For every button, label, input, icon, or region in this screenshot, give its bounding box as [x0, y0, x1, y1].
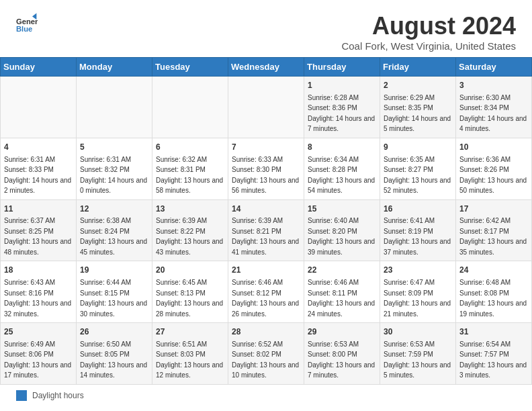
day-info: Sunrise: 6:42 AM Sunset: 8:17 PM Dayligh… — [459, 217, 527, 256]
day-number: 9 — [384, 142, 452, 153]
day-cell-6: 6Sunrise: 6:32 AM Sunset: 8:31 PM Daylig… — [152, 138, 228, 199]
day-info: Sunrise: 6:29 AM Sunset: 8:35 PM Dayligh… — [384, 94, 451, 133]
day-info: Sunrise: 6:45 AM Sunset: 8:13 PM Dayligh… — [156, 279, 223, 318]
day-number: 20 — [156, 265, 224, 276]
week-row-3: 11Sunrise: 6:37 AM Sunset: 8:25 PM Dayli… — [1, 199, 532, 261]
title-block: August 2024 Coal Fork, West Virginia, Un… — [341, 12, 516, 52]
day-info: Sunrise: 6:35 AM Sunset: 8:27 PM Dayligh… — [384, 156, 451, 195]
day-info: Sunrise: 6:39 AM Sunset: 8:21 PM Dayligh… — [232, 217, 299, 256]
calendar-body: 1Sunrise: 6:28 AM Sunset: 8:36 PM Daylig… — [1, 77, 532, 385]
day-cell-18: 18Sunrise: 6:43 AM Sunset: 8:16 PM Dayli… — [1, 261, 77, 323]
day-info: Sunrise: 6:40 AM Sunset: 8:20 PM Dayligh… — [308, 217, 375, 256]
column-header-saturday: Saturday — [456, 58, 532, 77]
day-info: Sunrise: 6:43 AM Sunset: 8:16 PM Dayligh… — [4, 279, 71, 318]
day-cell-11: 11Sunrise: 6:37 AM Sunset: 8:25 PM Dayli… — [1, 199, 77, 261]
day-cell-20: 20Sunrise: 6:45 AM Sunset: 8:13 PM Dayli… — [152, 261, 228, 323]
day-number: 2 — [384, 80, 452, 91]
week-row-1: 1Sunrise: 6:28 AM Sunset: 8:36 PM Daylig… — [1, 77, 532, 138]
day-number: 15 — [308, 203, 376, 215]
day-number: 29 — [308, 326, 376, 338]
day-info: Sunrise: 6:47 AM Sunset: 8:09 PM Dayligh… — [384, 279, 451, 318]
legend-color-box — [16, 390, 27, 401]
legend-label: Daylight hours — [32, 391, 84, 400]
day-info: Sunrise: 6:48 AM Sunset: 8:08 PM Dayligh… — [459, 279, 527, 318]
day-cell-31: 31Sunrise: 6:54 AM Sunset: 7:57 PM Dayli… — [456, 323, 532, 385]
day-number: 11 — [4, 203, 73, 215]
day-number: 16 — [384, 203, 452, 215]
logo-icon: General Blue — [16, 12, 38, 34]
day-number: 26 — [80, 326, 148, 338]
day-info: Sunrise: 6:32 AM Sunset: 8:31 PM Dayligh… — [156, 156, 223, 195]
day-cell-7: 7Sunrise: 6:33 AM Sunset: 8:30 PM Daylig… — [228, 138, 304, 199]
day-info: Sunrise: 6:49 AM Sunset: 8:06 PM Dayligh… — [4, 340, 71, 379]
day-number: 13 — [156, 203, 224, 215]
logo: General Blue — [16, 12, 38, 34]
day-cell-3: 3Sunrise: 6:30 AM Sunset: 8:34 PM Daylig… — [456, 77, 532, 138]
day-cell-empty-2 — [152, 77, 228, 138]
day-number: 23 — [384, 265, 452, 276]
day-number: 1 — [308, 80, 376, 91]
month-year: August 2024 — [341, 12, 516, 40]
column-header-monday: Monday — [77, 58, 152, 77]
page-header: General Blue August 2024 Coal Fork, West… — [0, 0, 532, 57]
day-number: 31 — [459, 326, 528, 338]
day-cell-9: 9Sunrise: 6:35 AM Sunset: 8:27 PM Daylig… — [380, 138, 456, 199]
day-cell-29: 29Sunrise: 6:53 AM Sunset: 8:00 PM Dayli… — [304, 323, 380, 385]
day-cell-30: 30Sunrise: 6:53 AM Sunset: 7:59 PM Dayli… — [380, 323, 456, 385]
day-info: Sunrise: 6:53 AM Sunset: 8:00 PM Dayligh… — [308, 340, 375, 379]
day-info: Sunrise: 6:50 AM Sunset: 8:05 PM Dayligh… — [80, 340, 147, 379]
day-number: 5 — [80, 142, 148, 153]
day-number: 4 — [4, 142, 73, 153]
day-cell-empty-0 — [1, 77, 77, 138]
day-cell-23: 23Sunrise: 6:47 AM Sunset: 8:09 PM Dayli… — [380, 261, 456, 323]
day-number: 12 — [80, 203, 148, 215]
day-info: Sunrise: 6:34 AM Sunset: 8:28 PM Dayligh… — [308, 156, 375, 195]
day-cell-14: 14Sunrise: 6:39 AM Sunset: 8:21 PM Dayli… — [228, 199, 304, 261]
day-number: 6 — [156, 142, 224, 153]
day-number: 7 — [232, 142, 300, 153]
day-number: 18 — [4, 265, 73, 276]
day-info: Sunrise: 6:52 AM Sunset: 8:02 PM Dayligh… — [232, 340, 299, 379]
calendar-table: SundayMondayTuesdayWednesdayThursdayFrid… — [0, 57, 532, 385]
day-info: Sunrise: 6:53 AM Sunset: 7:59 PM Dayligh… — [384, 340, 451, 379]
day-number: 14 — [232, 203, 300, 215]
day-cell-13: 13Sunrise: 6:39 AM Sunset: 8:22 PM Dayli… — [152, 199, 228, 261]
day-cell-26: 26Sunrise: 6:50 AM Sunset: 8:05 PM Dayli… — [77, 323, 152, 385]
day-info: Sunrise: 6:28 AM Sunset: 8:36 PM Dayligh… — [308, 94, 375, 133]
day-cell-2: 2Sunrise: 6:29 AM Sunset: 8:35 PM Daylig… — [380, 77, 456, 138]
day-info: Sunrise: 6:44 AM Sunset: 8:15 PM Dayligh… — [80, 279, 147, 318]
day-number: 21 — [232, 265, 300, 276]
day-number: 30 — [384, 326, 452, 338]
day-cell-8: 8Sunrise: 6:34 AM Sunset: 8:28 PM Daylig… — [304, 138, 380, 199]
day-cell-1: 1Sunrise: 6:28 AM Sunset: 8:36 PM Daylig… — [304, 77, 380, 138]
day-number: 19 — [80, 265, 148, 276]
day-cell-empty-1 — [77, 77, 152, 138]
week-row-5: 25Sunrise: 6:49 AM Sunset: 8:06 PM Dayli… — [1, 323, 532, 385]
day-cell-12: 12Sunrise: 6:38 AM Sunset: 8:24 PM Dayli… — [77, 199, 152, 261]
day-info: Sunrise: 6:51 AM Sunset: 8:03 PM Dayligh… — [156, 340, 223, 379]
column-header-friday: Friday — [380, 58, 456, 77]
day-info: Sunrise: 6:31 AM Sunset: 8:33 PM Dayligh… — [4, 156, 71, 195]
day-number: 27 — [156, 326, 224, 338]
column-header-tuesday: Tuesday — [152, 58, 228, 77]
day-number: 3 — [459, 80, 528, 91]
day-info: Sunrise: 6:36 AM Sunset: 8:26 PM Dayligh… — [459, 156, 527, 195]
day-info: Sunrise: 6:41 AM Sunset: 8:19 PM Dayligh… — [384, 217, 451, 256]
day-number: 8 — [308, 142, 376, 153]
day-number: 25 — [4, 326, 73, 338]
day-number: 24 — [459, 265, 528, 276]
day-cell-27: 27Sunrise: 6:51 AM Sunset: 8:03 PM Dayli… — [152, 323, 228, 385]
day-info: Sunrise: 6:33 AM Sunset: 8:30 PM Dayligh… — [232, 156, 299, 195]
week-row-2: 4Sunrise: 6:31 AM Sunset: 8:33 PM Daylig… — [1, 138, 532, 199]
day-cell-16: 16Sunrise: 6:41 AM Sunset: 8:19 PM Dayli… — [380, 199, 456, 261]
day-cell-17: 17Sunrise: 6:42 AM Sunset: 8:17 PM Dayli… — [456, 199, 532, 261]
day-info: Sunrise: 6:39 AM Sunset: 8:22 PM Dayligh… — [156, 217, 223, 256]
day-cell-5: 5Sunrise: 6:31 AM Sunset: 8:32 PM Daylig… — [77, 138, 152, 199]
day-info: Sunrise: 6:54 AM Sunset: 7:57 PM Dayligh… — [459, 340, 527, 379]
day-info: Sunrise: 6:46 AM Sunset: 8:12 PM Dayligh… — [232, 279, 299, 318]
day-number: 17 — [459, 203, 528, 215]
day-cell-25: 25Sunrise: 6:49 AM Sunset: 8:06 PM Dayli… — [1, 323, 77, 385]
day-cell-15: 15Sunrise: 6:40 AM Sunset: 8:20 PM Dayli… — [304, 199, 380, 261]
week-row-4: 18Sunrise: 6:43 AM Sunset: 8:16 PM Dayli… — [1, 261, 532, 323]
column-header-thursday: Thursday — [304, 58, 380, 77]
